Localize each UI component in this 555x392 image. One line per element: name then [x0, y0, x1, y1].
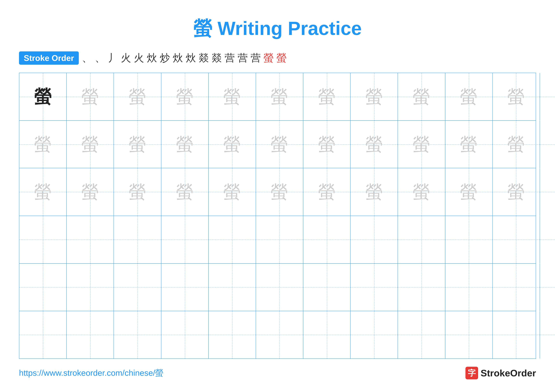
grid-cell-4-6[interactable]	[303, 264, 351, 311]
grid-cell-4-11[interactable]	[540, 264, 555, 311]
grid-cell-0-2[interactable]: 螢	[114, 73, 161, 120]
grid-cell-3-11[interactable]	[540, 216, 555, 263]
stroke-step-5: 炏	[147, 51, 157, 65]
char-light: 螢	[413, 136, 430, 153]
grid-cell-3-4[interactable]	[209, 216, 256, 263]
grid-cell-5-9[interactable]	[445, 311, 493, 358]
grid-cell-0-3[interactable]: 螢	[161, 73, 209, 120]
grid-cell-3-7[interactable]	[351, 216, 398, 263]
grid-cell-5-1[interactable]	[67, 311, 114, 358]
grid-cell-0-9[interactable]: 螢	[445, 73, 493, 120]
grid-cell-4-4[interactable]	[209, 264, 256, 311]
grid-cell-3-8[interactable]	[398, 216, 445, 263]
grid-cell-5-0[interactable]	[19, 311, 67, 358]
stroke-sequence: 、、丿火火炏炒炏炏燚燚营营营螢螢	[82, 51, 287, 65]
grid-cell-0-7[interactable]: 螢	[351, 73, 398, 120]
grid-cell-2-8[interactable]: 螢	[398, 168, 445, 215]
grid-cell-4-8[interactable]	[398, 264, 445, 311]
char-light: 螢	[507, 88, 525, 106]
page-title: 螢 Writing Practice	[193, 16, 362, 42]
grid-cell-4-0[interactable]	[19, 264, 67, 311]
grid-cell-2-9[interactable]: 螢	[445, 168, 493, 215]
grid-cell-3-1[interactable]	[67, 216, 114, 263]
grid-cell-4-3[interactable]	[161, 264, 209, 311]
grid-cell-0-1[interactable]: 螢	[67, 73, 114, 120]
grid-cell-0-11[interactable]: 螢	[540, 73, 555, 120]
grid-cell-4-10[interactable]	[493, 264, 540, 311]
grid-cell-2-11[interactable]: 螢	[540, 168, 555, 215]
grid-cell-5-8[interactable]	[398, 311, 445, 358]
grid-cell-2-1[interactable]: 螢	[67, 168, 114, 215]
char-light: 螢	[271, 88, 288, 106]
grid-cell-4-7[interactable]	[351, 264, 398, 311]
grid-cell-3-5[interactable]	[256, 216, 303, 263]
grid-cell-2-6[interactable]: 螢	[303, 168, 351, 215]
grid-cell-2-2[interactable]: 螢	[114, 168, 161, 215]
grid-cell-2-4[interactable]: 螢	[209, 168, 256, 215]
grid-cell-4-1[interactable]	[67, 264, 114, 311]
grid-cell-3-0[interactable]	[19, 216, 67, 263]
grid-cell-5-7[interactable]	[351, 311, 398, 358]
grid-cell-3-10[interactable]	[493, 216, 540, 263]
grid-cell-1-0[interactable]: 螢	[19, 121, 67, 168]
grid-cell-0-5[interactable]: 螢	[256, 73, 303, 120]
grid-cell-5-4[interactable]	[209, 311, 256, 358]
char-light: 螢	[271, 136, 288, 153]
grid-cell-2-3[interactable]: 螢	[161, 168, 209, 215]
stroke-step-12: 营	[238, 51, 248, 65]
char-light: 螢	[223, 183, 241, 201]
grid-row-0: 螢螢螢螢螢螢螢螢螢螢螢螢螢	[19, 73, 536, 121]
grid-cell-4-5[interactable]	[256, 264, 303, 311]
grid-cell-5-5[interactable]	[256, 311, 303, 358]
char-light: 螢	[81, 136, 99, 153]
grid-cell-0-6[interactable]: 螢	[303, 73, 351, 120]
grid-cell-1-6[interactable]: 螢	[303, 121, 351, 168]
grid-row-4	[19, 264, 536, 311]
grid-cell-2-5[interactable]: 螢	[256, 168, 303, 215]
grid-cell-5-6[interactable]	[303, 311, 351, 358]
grid-cell-3-9[interactable]	[445, 216, 493, 263]
grid-cell-4-9[interactable]	[445, 264, 493, 311]
stroke-step-3: 火	[121, 51, 131, 65]
char-light: 螢	[223, 136, 241, 153]
grid-cell-2-0[interactable]: 螢	[19, 168, 67, 215]
char-light: 螢	[176, 183, 193, 201]
grid-cell-0-8[interactable]: 螢	[398, 73, 445, 120]
grid-cell-1-2[interactable]: 螢	[114, 121, 161, 168]
grid-cell-0-0[interactable]: 螢	[19, 73, 67, 120]
char-light: 螢	[365, 183, 383, 201]
stroke-order-badge: Stroke Order	[19, 51, 79, 65]
grid-cell-2-7[interactable]: 螢	[351, 168, 398, 215]
grid-cell-3-3[interactable]	[161, 216, 209, 263]
char-light: 螢	[176, 88, 193, 106]
grid-cell-1-10[interactable]: 螢	[493, 121, 540, 168]
stroke-step-13: 营	[251, 51, 261, 65]
grid-cell-5-2[interactable]	[114, 311, 161, 358]
grid-cell-3-2[interactable]	[114, 216, 161, 263]
grid-cell-0-10[interactable]: 螢	[493, 73, 540, 120]
grid-cell-4-2[interactable]	[114, 264, 161, 311]
grid-cell-2-10[interactable]: 螢	[493, 168, 540, 215]
grid-cell-5-3[interactable]	[161, 311, 209, 358]
grid-cell-1-7[interactable]: 螢	[351, 121, 398, 168]
page: 螢 Writing Practice Stroke Order 、、丿火火炏炒炏…	[0, 0, 555, 392]
footer-url[interactable]: https://www.strokeorder.com/chinese/螢	[19, 368, 163, 378]
char-light: 螢	[365, 136, 383, 153]
grid-row-5	[19, 311, 536, 358]
grid-cell-1-5[interactable]: 螢	[256, 121, 303, 168]
grid-cell-1-8[interactable]: 螢	[398, 121, 445, 168]
char-light: 螢	[460, 88, 477, 106]
grid-cell-1-1[interactable]: 螢	[67, 121, 114, 168]
grid-cell-1-11[interactable]: 螢	[540, 121, 555, 168]
char-light: 螢	[129, 88, 146, 106]
grid-cell-1-9[interactable]: 螢	[445, 121, 493, 168]
grid-cell-3-6[interactable]	[303, 216, 351, 263]
grid-cell-5-11[interactable]	[540, 311, 555, 358]
grid-cell-5-10[interactable]	[493, 311, 540, 358]
stroke-step-6: 炒	[160, 51, 170, 65]
grid-cell-0-4[interactable]: 螢	[209, 73, 256, 120]
char-light: 螢	[365, 88, 383, 106]
char-light: 螢	[413, 88, 430, 106]
grid-cell-1-3[interactable]: 螢	[161, 121, 209, 168]
grid-cell-1-4[interactable]: 螢	[209, 121, 256, 168]
